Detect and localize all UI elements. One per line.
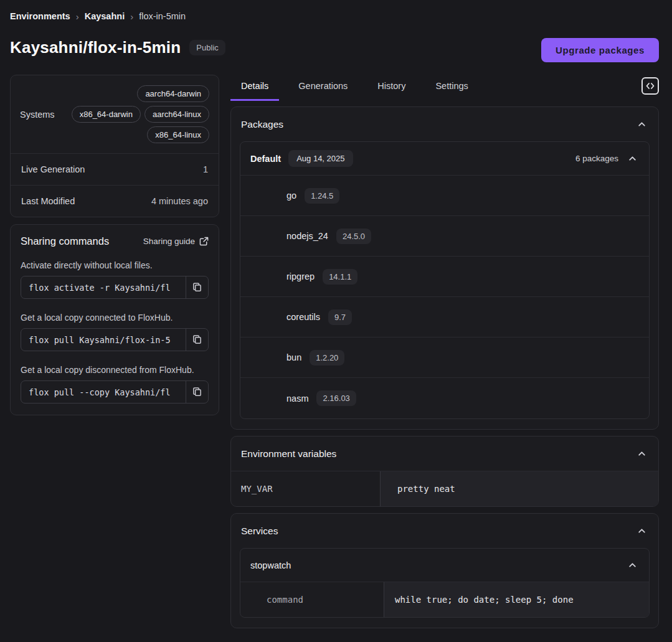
tab-settings[interactable]: Settings: [425, 75, 478, 101]
service-command-row: command while true; do date; sleep 5; do…: [240, 582, 649, 617]
env-var-value: pretty neat: [381, 471, 658, 506]
breadcrumb-environments-link[interactable]: Environments: [10, 11, 70, 21]
breadcrumb-chevron-icon: ›: [130, 12, 133, 21]
services-panel-header[interactable]: Services: [231, 514, 658, 548]
page-title: Kaysahni/flox-in-5min: [10, 38, 181, 57]
tab-details[interactable]: Details: [230, 75, 279, 101]
breadcrumb-owner-link[interactable]: Kaysahni: [85, 11, 125, 21]
package-version-badge: 14.1.1: [323, 269, 357, 285]
system-pill: aarch64-darwin: [137, 85, 209, 102]
group-name: Default: [250, 154, 281, 164]
package-version-badge: 1.24.5: [305, 188, 339, 204]
pull-copy-command-text: flox pull --copy Kaysahni/fl: [21, 381, 186, 403]
tab-generations[interactable]: Generations: [288, 75, 358, 101]
live-generation-label: Live Generation: [21, 164, 85, 174]
pull-command-box: flox pull Kaysahni/flox-in-5: [21, 328, 209, 351]
package-version-badge: 2.16.03: [316, 390, 356, 406]
systems-pill-list: aarch64-darwin x86_64-darwin aarch64-lin…: [66, 85, 209, 143]
package-count: 6 packages: [575, 154, 618, 163]
breadcrumb-current-page: flox-in-5min: [139, 11, 186, 21]
package-row: nodejs_24 24.5.0: [240, 216, 649, 257]
package-version-badge: 9.7: [328, 309, 352, 325]
upgrade-packages-button[interactable]: Upgrade packages: [541, 38, 659, 62]
environment-info-card: Systems aarch64-darwin x86_64-darwin aar…: [10, 75, 219, 217]
system-pill: x86_64-darwin: [72, 106, 141, 123]
last-modified-value: 4 minutes ago: [151, 196, 208, 206]
code-view-button[interactable]: [641, 77, 659, 95]
package-row: coreutils 9.7: [240, 297, 649, 338]
services-panel: Services stopwatch: [230, 513, 659, 628]
last-modified-row: Last Modified 4 minutes ago: [11, 186, 219, 217]
tab-bar: Details Generations History Settings: [230, 75, 488, 101]
env-vars-title: Environment variables: [241, 448, 336, 460]
systems-label: Systems: [20, 110, 55, 120]
package-row: ripgrep 14.1.1: [240, 257, 649, 297]
sidebar: Systems aarch64-darwin x86_64-darwin aar…: [10, 75, 219, 422]
systems-row: Systems aarch64-darwin x86_64-darwin aar…: [11, 75, 219, 154]
page-header: Kaysahni/flox-in-5min Public Upgrade pac…: [10, 38, 659, 62]
floxhub-environment-page: Environments › Kaysahni › flox-in-5min K…: [0, 0, 672, 635]
package-row: nasm 2.16.03: [240, 378, 649, 418]
collapse-packages-button[interactable]: [635, 118, 648, 131]
external-link-icon: [199, 237, 209, 246]
pull-command-text: flox pull Kaysahni/flox-in-5: [21, 329, 186, 351]
tabs-row: Details Generations History Settings: [230, 75, 659, 101]
code-icon: [646, 82, 655, 90]
activate-command-box: flox activate -r Kaysahni/fl: [21, 276, 209, 299]
package-name: bun: [286, 352, 301, 362]
package-group-default: Default Aug 14, 2025 6 packages: [240, 141, 650, 419]
live-generation-row: Live Generation 1: [11, 154, 219, 186]
system-pill: x86_64-linux: [147, 126, 209, 143]
sharing-commands-card: Sharing commands Sharing guide Activate …: [10, 224, 219, 415]
pull-copy-command-label: Get a local copy disconnected from FloxH…: [21, 365, 209, 375]
packages-title: Packages: [241, 119, 283, 130]
chevron-up-icon: [627, 560, 638, 570]
chevron-up-icon: [637, 119, 647, 130]
services-title: Services: [241, 526, 278, 537]
env-vars-panel-header[interactable]: Environment variables: [231, 437, 658, 471]
package-group-header[interactable]: Default Aug 14, 2025 6 packages: [240, 142, 649, 176]
sharing-commands-title: Sharing commands: [21, 235, 109, 247]
service-header[interactable]: stopwatch: [240, 549, 649, 582]
copy-icon: [192, 334, 202, 345]
service-command-key: command: [240, 582, 384, 617]
main-content: Details Generations History Settings Pa: [230, 75, 659, 635]
chevron-up-icon: [627, 153, 638, 164]
collapse-services-button[interactable]: [635, 524, 648, 537]
service-command-value: while true; do date; sleep 5; done: [384, 582, 649, 617]
activate-command-label: Activate directly without local files.: [21, 260, 209, 270]
package-version-badge: 24.5.0: [336, 229, 371, 244]
pull-copy-command-box: flox pull --copy Kaysahni/fl: [21, 380, 209, 404]
collapse-service-button[interactable]: [626, 559, 639, 572]
collapse-group-button[interactable]: [626, 152, 639, 165]
package-name: ripgrep: [286, 271, 315, 281]
sharing-guide-link[interactable]: Sharing guide: [143, 237, 209, 246]
env-var-row: MY_VAR pretty neat: [231, 471, 658, 506]
env-vars-panel: Environment variables MY_VAR pretty neat: [230, 436, 659, 507]
package-name: go: [286, 191, 296, 201]
system-pill: aarch64-linux: [144, 106, 209, 123]
package-row: go 1.24.5: [240, 176, 649, 216]
package-row: bun 1.2.20: [240, 338, 649, 378]
packages-panel-header[interactable]: Packages: [231, 107, 658, 141]
pull-command-label: Get a local copy connected to FloxHub.: [21, 313, 209, 323]
chevron-up-icon: [637, 448, 647, 459]
group-date-badge: Aug 14, 2025: [288, 150, 353, 167]
env-var-key: MY_VAR: [231, 471, 381, 506]
breadcrumb-chevron-icon: ›: [76, 12, 79, 21]
breadcrumb: Environments › Kaysahni › flox-in-5min: [10, 11, 659, 21]
service-name: stopwatch: [250, 560, 291, 570]
copy-button[interactable]: [186, 276, 208, 298]
collapse-env-vars-button[interactable]: [635, 447, 648, 460]
copy-button[interactable]: [186, 381, 208, 403]
last-modified-label: Last Modified: [21, 196, 75, 206]
package-version-badge: 1.2.20: [310, 350, 344, 366]
tab-history[interactable]: History: [367, 75, 416, 101]
copy-icon: [192, 282, 202, 293]
service-group-stopwatch: stopwatch command while true; do date; s…: [240, 548, 650, 618]
live-generation-value: 1: [203, 164, 208, 174]
copy-button[interactable]: [186, 329, 208, 351]
packages-panel: Packages Default Aug 14, 2025 6 pack: [230, 106, 659, 430]
sharing-guide-label: Sharing guide: [143, 237, 195, 246]
activate-command-text: flox activate -r Kaysahni/fl: [21, 276, 186, 298]
